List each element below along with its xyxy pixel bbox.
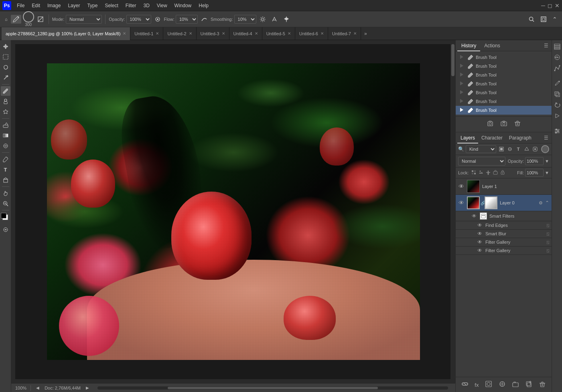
tab-untitled7-close[interactable]: ✕ xyxy=(353,31,357,36)
tool-blur[interactable] xyxy=(1,141,10,151)
tool-lasso[interactable] xyxy=(1,63,10,72)
smart-blur-eye[interactable]: 👁 xyxy=(477,231,483,236)
tool-magic-wand[interactable] xyxy=(1,73,10,83)
add-group-btn[interactable] xyxy=(510,380,521,390)
tab-untitled2[interactable]: Untitled-2 ✕ xyxy=(163,27,196,40)
tool-select-rect[interactable] xyxy=(1,52,10,62)
history-camera-btn[interactable] xyxy=(499,119,509,129)
airbrush-btn[interactable] xyxy=(153,15,162,23)
menu-type[interactable]: Type xyxy=(84,2,101,9)
expand-btn[interactable]: ⌃ xyxy=(551,15,559,23)
horizontal-scrollbar-thumb[interactable] xyxy=(168,387,378,389)
filter-shape-icon[interactable] xyxy=(523,145,530,153)
find-edges-adj-icon[interactable]: ⍂ xyxy=(547,223,549,228)
sublayer-find-edges[interactable]: 👁 Find Edges ⍂ xyxy=(456,221,552,230)
smoothing-toggle-btn[interactable] xyxy=(199,15,209,23)
tab-untitled5-close[interactable]: ✕ xyxy=(288,31,291,36)
mode-select[interactable]: Normal xyxy=(66,15,102,24)
tool-eraser[interactable] xyxy=(1,120,10,130)
filter-gallery-1-eye[interactable]: 👁 xyxy=(477,239,483,245)
sublayer-filter-gallery-2[interactable]: 👁 Filter Gallery ⍂ xyxy=(456,247,552,255)
layer-0-collapse[interactable]: ⌃ xyxy=(545,200,549,206)
layer-0-eye[interactable]: 👁 xyxy=(458,200,465,206)
history-panel-options[interactable]: ☰ xyxy=(542,43,550,48)
color-swatches[interactable] xyxy=(1,213,10,222)
menu-window[interactable]: Window xyxy=(171,2,195,9)
add-mask-btn[interactable] xyxy=(483,380,494,390)
tool-shape[interactable] xyxy=(1,175,10,185)
layers-kind-select[interactable]: Kind xyxy=(466,145,496,153)
tab-untitled6-close[interactable]: ✕ xyxy=(321,31,324,36)
panels-icon-clone[interactable] xyxy=(552,89,562,99)
tab-main[interactable]: apple-2788662_1280.jpg @ 100% (Layer 0, … xyxy=(2,27,130,40)
flow-select[interactable]: 10% xyxy=(176,15,198,24)
menu-help[interactable]: Help xyxy=(195,2,212,9)
history-item-3[interactable]: Brush Tool xyxy=(456,71,552,79)
tool-stamp[interactable] xyxy=(1,97,10,106)
tool-hand[interactable] xyxy=(1,188,10,198)
layers-panel-options[interactable]: ☰ xyxy=(542,135,550,141)
filter-type-icon[interactable]: T xyxy=(515,145,522,153)
filter-gallery-2-eye[interactable]: 👁 xyxy=(477,248,483,253)
opacity-select[interactable]: 100% xyxy=(126,15,151,24)
settings-btn[interactable] xyxy=(258,15,268,23)
lock-all-icon[interactable] xyxy=(500,170,505,176)
tool-quick-mask[interactable] xyxy=(1,225,10,234)
vertical-scrollbar-thumb[interactable] xyxy=(451,44,454,76)
tool-heal[interactable] xyxy=(1,107,10,117)
delete-layer-btn[interactable] xyxy=(537,380,548,390)
filter-adjust-icon[interactable] xyxy=(506,145,513,153)
layers-tab[interactable]: Layers xyxy=(457,132,478,143)
brush-size-preview[interactable] xyxy=(23,11,34,22)
canvas-image[interactable] xyxy=(47,63,420,360)
history-item-7[interactable]: Brush Tool xyxy=(456,106,552,115)
search-btn[interactable] xyxy=(527,15,536,23)
menu-image[interactable]: Image xyxy=(44,2,64,9)
maximize-btn[interactable]: ◻ xyxy=(548,2,552,9)
tab-untitled2-close[interactable]: ✕ xyxy=(189,31,192,36)
panels-icon-1[interactable] xyxy=(552,42,562,51)
actions-tab[interactable]: Actions xyxy=(480,40,504,51)
tab-untitled4[interactable]: Untitled-4 ✕ xyxy=(229,27,262,40)
menu-filter[interactable]: Filter xyxy=(122,2,140,9)
sublayer-smart-blur[interactable]: 👁 Smart Blur ⍂ xyxy=(456,230,552,238)
tab-untitled6[interactable]: Untitled-6 ✕ xyxy=(295,27,328,40)
paragraph-tab[interactable]: Paragraph xyxy=(506,132,535,143)
tool-move[interactable] xyxy=(1,42,10,51)
filter-gallery-2-adj-icon[interactable]: ⍂ xyxy=(547,249,549,253)
panels-icon-channels[interactable] xyxy=(552,53,562,62)
filter-smart-icon[interactable] xyxy=(532,145,539,153)
tool-pen[interactable] xyxy=(1,154,10,164)
tab-untitled7[interactable]: Untitled-7 ✕ xyxy=(328,27,361,40)
pen-pressure-btn[interactable] xyxy=(269,15,280,24)
history-item-1[interactable]: Brush Tool xyxy=(456,53,552,62)
menu-edit[interactable]: Edit xyxy=(28,2,43,9)
link-layers-btn[interactable] xyxy=(460,380,470,390)
smart-blur-adj-icon[interactable]: ⍂ xyxy=(547,232,549,236)
panels-icon-history[interactable] xyxy=(552,100,562,110)
symmetry-btn[interactable] xyxy=(281,15,292,24)
close-btn[interactable]: ✕ xyxy=(555,2,560,9)
home-btn[interactable]: ⌂ xyxy=(3,16,9,22)
history-item-4[interactable]: Brush Tool xyxy=(456,79,552,88)
brush-mode-btn[interactable] xyxy=(36,15,45,23)
tab-main-close[interactable]: ✕ xyxy=(123,31,126,36)
tab-untitled1-close[interactable]: ✕ xyxy=(156,31,159,36)
add-adjustment-btn[interactable] xyxy=(497,380,507,390)
layer-effects-btn[interactable]: fx xyxy=(473,380,480,389)
tool-brush[interactable] xyxy=(1,86,10,96)
brush-tool-btn[interactable] xyxy=(11,15,21,24)
layer-item-0[interactable]: 👁 🔗 Layer 0 ⚙ ⌃ xyxy=(456,195,552,211)
vertical-scrollbar[interactable] xyxy=(450,40,455,383)
lock-position-icon[interactable] xyxy=(485,170,491,176)
menu-3d[interactable]: 3D xyxy=(140,2,152,9)
lock-artboard-icon[interactable] xyxy=(493,170,498,176)
sublayer-filter-gallery-1[interactable]: 👁 Filter Gallery ⍂ xyxy=(456,238,552,247)
layer-1-eye[interactable]: 👁 xyxy=(458,183,465,190)
minimize-btn[interactable]: ─ xyxy=(541,2,545,9)
panels-icon-paths[interactable] xyxy=(552,63,562,73)
tool-gradient[interactable] xyxy=(1,131,10,140)
canvas-scroll[interactable] xyxy=(11,40,455,383)
find-edges-eye[interactable]: 👁 xyxy=(477,222,483,228)
horizontal-scrollbar[interactable] xyxy=(97,386,448,390)
